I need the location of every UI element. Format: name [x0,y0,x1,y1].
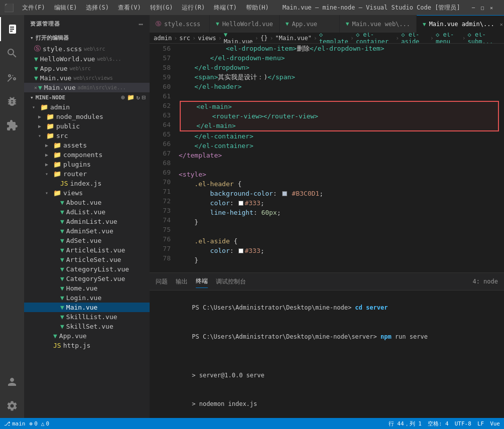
folder-components[interactable]: ▶ 📁 components [24,150,150,160]
menu-help[interactable]: 帮助(H) [242,0,273,15]
file-login[interactable]: ▼ Login.vue [24,293,150,303]
folder-node-modules[interactable]: ▶ 📁 node_modules [24,112,150,121]
folder-views[interactable]: ▾ 📁 views [24,188,150,198]
tab-terminal[interactable]: 终端 [196,275,208,288]
folder-src[interactable]: ▾ 📁 src [24,131,150,140]
file-skillset[interactable]: ▼ SkillSet.vue [24,322,150,331]
folder-admin[interactable]: ▾ 📁 admin [24,102,150,112]
folder-public[interactable]: ▶ 📁 public [24,121,150,131]
row-col[interactable]: 行 44，列 1 [389,420,422,427]
close-button[interactable]: ✕ [488,4,495,11]
activity-scm[interactable] [0,65,24,89]
code-editor[interactable]: 56 57 58 59 60 61 62 63 64 65 66 67 68 6… [150,44,504,272]
open-file-scss[interactable]: Ⓢ style.scss web\src [24,43,150,54]
new-file-btn[interactable]: ⊕ [121,94,124,101]
breadcrumb-el-submenu[interactable]: ◇ el-subm... [468,33,500,44]
file-index-js-router[interactable]: JS index.js [24,179,150,188]
line-63: 63 [150,110,171,120]
menu-file[interactable]: 文件(F) [18,0,49,15]
line-72: 72 [150,196,171,206]
tab-appvue[interactable]: ▼ App.vue [280,15,340,33]
git-branch[interactable]: ⎇ main [4,420,26,427]
minimize-button[interactable]: ─ [470,4,477,11]
file-home[interactable]: ▼ Home.vue [24,283,150,293]
file-skilllist[interactable]: ▼ SkillList.vue [24,312,150,322]
file-adminlist[interactable]: ▼ AdminList.vue [24,217,150,226]
breadcrumb-mainvue-string[interactable]: "Main.vue" [275,35,311,42]
tab-mainvue-web[interactable]: ▼ Main.vue web\... [340,15,417,33]
line-59: 59 [150,72,171,82]
open-file-appvue[interactable]: ▼ App.vue web\src [24,64,150,73]
activity-settings[interactable] [0,394,24,418]
open-file-mainvue-web[interactable]: ▼ Main.vue web\src\views [24,73,150,83]
collapse-btn[interactable]: ⊟ [142,94,146,101]
encoding[interactable]: UTF-8 [455,420,471,427]
file-categorylist[interactable]: ▼ CategoryList.vue [24,264,150,274]
refresh-btn[interactable]: ↻ [137,94,140,101]
folder-router[interactable]: ▾ 📁 router [24,169,150,179]
language[interactable]: Vue [490,420,500,427]
folder-plugins[interactable]: ▶ 📁 plugins [24,160,150,169]
tab-debug-console[interactable]: 调试控制台 [216,275,246,288]
new-folder-btn[interactable]: 📁 [127,94,135,101]
breadcrumb-el-menu[interactable]: ◇ el-menu [436,33,460,44]
tab-close-button[interactable]: ✕ [497,20,504,28]
maximize-button[interactable]: □ [479,4,486,11]
open-editors-header[interactable]: ▾ 打开的编辑器 [24,33,150,43]
menu-run[interactable]: 运行(R) [178,0,209,15]
line-77: 77 [150,244,171,253]
terminal-line-4: > nodemon index.js [156,390,498,418]
vue-icon: ▼ [60,199,64,206]
file-adminset[interactable]: ▼ AdminSet.vue [24,226,150,236]
breadcrumb-mainvue[interactable]: ▼ Main.vue [224,33,253,44]
code-content[interactable]: <el-dropdown-item>删除</el-dropdown-item> … [175,44,504,272]
tab-mainvue-admin-label: Main.vue admin\... [429,21,494,28]
file-articleset[interactable]: ▼ ArticleSet.vue [24,255,150,264]
close-icon[interactable]: ✕ [34,85,37,90]
window-controls[interactable]: ─ □ ✕ [470,4,495,11]
tab-helloworld[interactable]: ▼ HelloWorld.vue [210,15,280,33]
open-file-mainvue-admin[interactable]: ✕ ▼ Main.vue admin\src\vie... [24,83,150,92]
file-articlelist[interactable]: ▼ ArticleList.vue [24,245,150,255]
breadcrumb-admin[interactable]: admin [154,35,172,42]
tab-output[interactable]: 输出 [176,275,188,288]
file-appvue-src[interactable]: ▼ App.vue [24,331,150,341]
breadcrumb-braces[interactable]: {} [261,35,268,42]
menu-edit[interactable]: 编辑(E) [50,0,81,15]
activity-explorer[interactable] [0,17,24,41]
breadcrumb-template[interactable]: ◇ template [319,33,348,44]
file-main-active[interactable]: ▼ Main.vue [24,303,150,312]
project-header[interactable]: ▾ MINE-NODE ⊕ 📁 ↻ ⊟ [24,92,150,102]
spaces[interactable]: 空格: 4 [428,420,449,427]
arrow-down-icon: ▾ [45,190,53,196]
menu-bar[interactable]: 文件(F) 编辑(E) 选择(S) 查看(V) 转到(G) 运行(R) 终端(T… [18,0,273,15]
activity-search[interactable] [0,41,24,65]
error-count[interactable]: ⊗ 0 △ 0 [30,420,50,427]
activity-debug[interactable] [0,89,24,113]
file-about[interactable]: ▼ About.vue [24,198,150,207]
sidebar-content[interactable]: ▾ 打开的编辑器 Ⓢ style.scss web\src ▼ HelloWor… [24,33,150,418]
folder-assets[interactable]: ▶ 📁 assets [24,140,150,150]
open-file-helloworld[interactable]: ▼ HelloWorld.vue web\s... [24,54,150,64]
breadcrumb-el-container[interactable]: ◇ el-container [356,33,394,44]
menu-terminal[interactable]: 终端(T) [210,0,241,15]
activity-account[interactable] [0,370,24,394]
file-categoryset[interactable]: ▼ CategorySet.vue [24,274,150,283]
line-ending[interactable]: LF [477,420,484,427]
file-adset[interactable]: ▼ AdSet.vue [24,236,150,245]
breadcrumb-src[interactable]: src [179,35,190,42]
menu-view[interactable]: 查看(V) [114,0,145,15]
tab-problems[interactable]: 问题 [156,275,168,288]
terminal-line-2: PS C:\Users\Administrator\Desktop\mine-n… [156,323,498,352]
breadcrumb-el-aside[interactable]: ◇ el-aside [401,33,428,44]
activity-extensions[interactable] [0,113,24,137]
tab-scss[interactable]: Ⓢ style.scss [150,15,210,33]
new-file-icon[interactable]: ⋯ [139,20,144,28]
breadcrumb-views[interactable]: views [198,35,216,42]
file-http-js[interactable]: JS http.js [24,341,150,350]
menu-select[interactable]: 选择(S) [82,0,113,15]
menu-goto[interactable]: 转到(G) [146,0,177,15]
tab-mainvue-admin[interactable]: ▼ Main.vue admin\... ✕ [417,15,504,33]
terminal-content[interactable]: PS C:\Users\Administrator\Desktop\mine-n… [150,291,504,418]
file-adlist[interactable]: ▼ AdList.vue [24,207,150,217]
